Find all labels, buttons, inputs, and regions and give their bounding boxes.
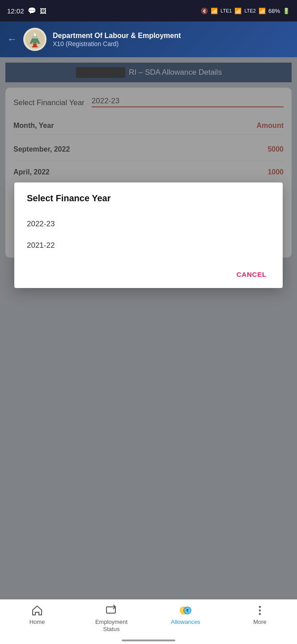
nav-item-more[interactable]: More [223,604,297,626]
overlay-backdrop [0,57,297,599]
svg-point-15 [259,610,261,611]
svg-point-7 [36,42,38,44]
header-title: Department Of Labour & Employment [53,31,181,41]
nav-item-home[interactable]: Home [0,604,74,626]
header-text: Department Of Labour & Employment X10 (R… [53,31,181,48]
svg-point-16 [259,613,261,615]
app-logo [23,28,47,51]
nav-label-allowances: Allowances [171,619,200,626]
signal2-icon: 📶 [259,8,266,14]
header-subtitle: X10 (Registration Card) [53,40,181,47]
nav-item-allowances[interactable]: $ ₹ Allowances [148,604,223,626]
app-header: ← Department Of Labour & Employment X10 … [0,21,297,57]
svg-text:₹: ₹ [186,609,189,613]
dialog-actions: CANCEL [27,264,270,281]
nav-label-more: More [253,619,267,626]
dialog-title: Select Finance Year [27,193,270,203]
finance-year-dialog: Select Finance Year 2022-23 2021-22 CANC… [14,182,283,288]
wifi-icon: 📶 [211,8,218,14]
nav-item-employment-status[interactable]: EmploymentStatus [74,604,148,632]
signal1-icon: 📶 [234,8,242,14]
bottom-nav: Home EmploymentStatus $ [0,599,297,644]
lte2-icon: LTE2 [244,8,255,13]
mute-icon: 🔇 [201,8,208,14]
back-button[interactable]: ← [7,34,17,45]
employment-status-icon [105,604,118,617]
home-icon [31,604,43,617]
whatsapp-icon: 💬 [28,7,36,15]
lte1-icon: LTE1 [221,8,232,13]
more-icon [254,604,266,617]
dialog-option-2022-23[interactable]: 2022-23 [27,213,270,235]
app-container: 12:02 💬 🖼 🔇 📶 LTE1 📶 LTE2 📶 68% 🔋 ← [0,0,297,644]
svg-point-6 [32,42,34,44]
image-icon: 🖼 [40,7,47,15]
allowances-icon: $ ₹ [179,604,192,617]
svg-rect-5 [32,46,38,47]
status-bar-right: 🔇 📶 LTE1 📶 LTE2 📶 68% 🔋 [201,8,290,14]
gesture-bar [122,640,175,641]
nav-label-employment-status: EmploymentStatus [95,619,127,632]
status-bar: 12:02 💬 🖼 🔇 📶 LTE1 📶 LTE2 📶 68% 🔋 [0,0,297,21]
battery-level: 68% [268,8,280,14]
cancel-button[interactable]: CANCEL [233,268,270,281]
status-bar-left: 12:02 💬 🖼 [7,7,47,15]
battery-icon: 🔋 [283,8,290,14]
nav-label-home: Home [30,619,45,626]
svg-text:$: $ [182,609,185,613]
svg-point-14 [259,606,261,608]
status-time: 12:02 [7,7,24,15]
dialog-option-2021-22[interactable]: 2021-22 [27,235,270,256]
content-area: RI – SDA Allowance Details Select Financ… [0,57,297,599]
